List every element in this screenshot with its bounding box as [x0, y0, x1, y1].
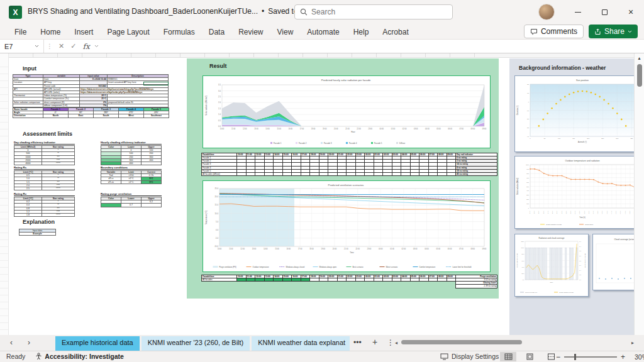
ribbon-tab-acrobat[interactable]: Acrobat: [375, 25, 415, 39]
zoom-level[interactable]: 30%: [629, 353, 644, 361]
vertical-scroll-thumb[interactable]: [637, 64, 642, 87]
minimize-button[interactable]: [565, 0, 591, 24]
sheet-tab-1[interactable]: KNMI weather '23 (260, de Bilt): [142, 336, 250, 351]
svg-text:5.0: 5.0: [216, 221, 218, 223]
radiation-cloud-chart[interactable]: Radiation and cloud coverage0%20%40%60%8…: [514, 234, 589, 297]
svg-text:0: 0: [528, 207, 530, 209]
assessment-table-5[interactable]: Rating purge ventilationColorLowerUpper6…: [101, 192, 162, 207]
ribbon-tab-insert[interactable]: Insert: [67, 25, 100, 39]
vent-chart-svg: Predicted ventilation scenarios25.020.01…: [203, 181, 489, 271]
next-sheet-icon[interactable]: ›: [28, 338, 30, 347]
column-headers[interactable]: [9, 53, 634, 58]
zoom-out-button[interactable]: −: [556, 353, 560, 361]
share-chevron-icon: [628, 30, 632, 33]
svg-text:23:00: 23:00: [367, 248, 372, 250]
scroll-up-icon[interactable]: ▴: [635, 55, 644, 61]
normal-view-button[interactable]: [500, 352, 516, 361]
more-sheets-icon[interactable]: •••: [353, 338, 362, 347]
ribbon-tab-formulas[interactable]: Formulas: [157, 25, 202, 39]
assessment-table-2[interactable]: Rating RsLimit [°C]Star rating0.5*1.0**1…: [14, 166, 75, 190]
zoom-slider-thumb[interactable]: [574, 354, 576, 360]
add-sheet-icon[interactable]: +: [372, 337, 377, 347]
svg-text:300: 300: [616, 138, 619, 140]
share-button[interactable]: Share: [589, 25, 638, 38]
worksheet[interactable]: Input Typevariableinput valueDescription…: [0, 53, 644, 335]
svg-text:06:00: 06:00: [619, 211, 621, 214]
zoom-slider[interactable]: [564, 356, 617, 358]
comments-button[interactable]: Comments: [524, 25, 584, 38]
svg-text:400: 400: [526, 190, 529, 191]
temp-radiation-chart[interactable]: Outdoor temperature and radiation0100200…: [514, 156, 634, 229]
svg-text:0.6: 0.6: [579, 265, 582, 266]
cloud-coverage-chart[interactable]: Cloud coverage (octas): [592, 234, 634, 290]
svg-text:Diffuse: Diffuse: [399, 142, 406, 145]
prev-sheet-icon[interactable]: ‹: [10, 338, 13, 347]
insert-function-icon[interactable]: fx: [79, 42, 92, 51]
purge-side-table[interactable]: Purge ventilation3.52 no ratingGlazing l…: [455, 275, 497, 288]
svg-text:0.4: 0.4: [579, 270, 582, 271]
facade-time-table[interactable]: Facade/time10:0011:0012:0013:0014:0015:0…: [201, 153, 497, 176]
ribbon-tab-data[interactable]: Data: [202, 25, 231, 39]
svg-text:05:00: 05:00: [436, 128, 441, 130]
ribbon-tab-review[interactable]: Review: [231, 25, 270, 39]
horizontal-scroll-thumb[interactable]: [401, 340, 522, 344]
user-avatar[interactable]: [538, 4, 555, 20]
restore-button[interactable]: [591, 0, 618, 24]
svg-text:-10.0: -10.0: [214, 245, 219, 248]
ribbon-tab-view[interactable]: View: [270, 25, 301, 39]
name-box[interactable]: E7: [0, 40, 44, 53]
search-box[interactable]: [294, 4, 453, 19]
svg-text:15:00: 15:00: [275, 248, 279, 250]
assessment-heading: Assessment limits: [23, 131, 72, 137]
zoom-in-button[interactable]: +: [621, 353, 625, 361]
page-layout-view-button[interactable]: [521, 352, 538, 361]
svg-text:Global radiation [W/m2]: Global radiation [W/m2]: [546, 224, 562, 226]
assessment-table-4[interactable]: Rating RvLimit [°C]Star rating0.2*0.4**0…: [14, 192, 75, 217]
sun-position-chart[interactable]: Sun position05010015020025030035020100-1…: [514, 75, 634, 152]
vertical-scrollbar[interactable]: ▴: [634, 53, 644, 335]
formula-chevron-icon[interactable]: [94, 45, 99, 48]
ventilation-chart[interactable]: Predicted ventilation scenarios25.020.01…: [203, 180, 491, 272]
namebox-chevron-icon: [35, 45, 39, 48]
accessibility-status[interactable]: Accessibility: Investigate: [35, 353, 123, 360]
ribbon-tab-file[interactable]: File: [8, 25, 33, 39]
svg-text:15:00: 15:00: [277, 128, 281, 130]
enter-check-icon[interactable]: ✓: [67, 42, 79, 50]
ribbon-right: Comments Share: [524, 25, 638, 38]
assessment-table-3[interactable]: Boundary conditionsVariableLimitCurrentT…: [101, 166, 162, 184]
sheet-tab-0[interactable]: Example historical data: [55, 336, 140, 351]
ready-status: Ready: [6, 353, 25, 360]
ribbon-tab-page-layout[interactable]: Page Layout: [100, 25, 156, 39]
scroll-right-icon[interactable]: ▸: [631, 340, 634, 346]
svg-text:Elevation (°): Elevation (°): [516, 106, 519, 115]
search-input[interactable]: [311, 8, 447, 16]
explanation-table[interactable]: Input dataExample: [19, 229, 56, 236]
cancel-icon[interactable]: ✕: [55, 42, 67, 50]
display-settings[interactable]: Display Settings: [440, 353, 499, 360]
solar-radiation-chart[interactable]: Predicted hourly solar radiation per fac…: [203, 75, 491, 148]
sheet-menu-icon[interactable]: ⋮: [387, 338, 394, 347]
ribbon-tab-home[interactable]: Home: [33, 25, 67, 39]
excel-app-icon[interactable]: X: [9, 6, 22, 19]
sheet-tab-2[interactable]: KNMI weather data explanat: [252, 336, 350, 351]
svg-text:1000: 1000: [526, 164, 530, 165]
row-headers[interactable]: [0, 53, 9, 335]
scroll-left-icon[interactable]: ◂: [395, 340, 397, 346]
weather-heading: Background information - weather: [519, 65, 606, 71]
assessment-table-0[interactable]: Day shading efficiency indicatorLimit [W…: [14, 141, 75, 165]
ribbon-tab-automate[interactable]: Automate: [300, 25, 346, 39]
svg-text:21:00: 21:00: [579, 211, 580, 214]
svg-text:Windows always closed: Windows always closed: [286, 266, 305, 268]
assessment-table-1[interactable]: Hourly shading efficiency indicatorColor…: [101, 141, 162, 165]
ribbon-tab-help[interactable]: Help: [347, 25, 376, 39]
svg-text:16:00: 16:00: [287, 248, 291, 250]
purge-ventilation-table[interactable]: Facade/time10:0011:0012:0013:0014:0015:0…: [201, 275, 456, 282]
active-cell-e7[interactable]: [143, 82, 169, 85]
svg-text:14:00: 14:00: [265, 128, 270, 130]
svg-text:500: 500: [526, 186, 529, 187]
horizontal-scrollbar[interactable]: ◂ ▸: [395, 340, 634, 346]
svg-text:250: 250: [601, 138, 604, 140]
facade-definition-table[interactable]: Name facadeFacade 1Facade 2Facade 3Facad…: [13, 107, 169, 118]
close-button[interactable]: ×: [618, 0, 644, 24]
svg-text:22:00: 22:00: [357, 128, 361, 130]
